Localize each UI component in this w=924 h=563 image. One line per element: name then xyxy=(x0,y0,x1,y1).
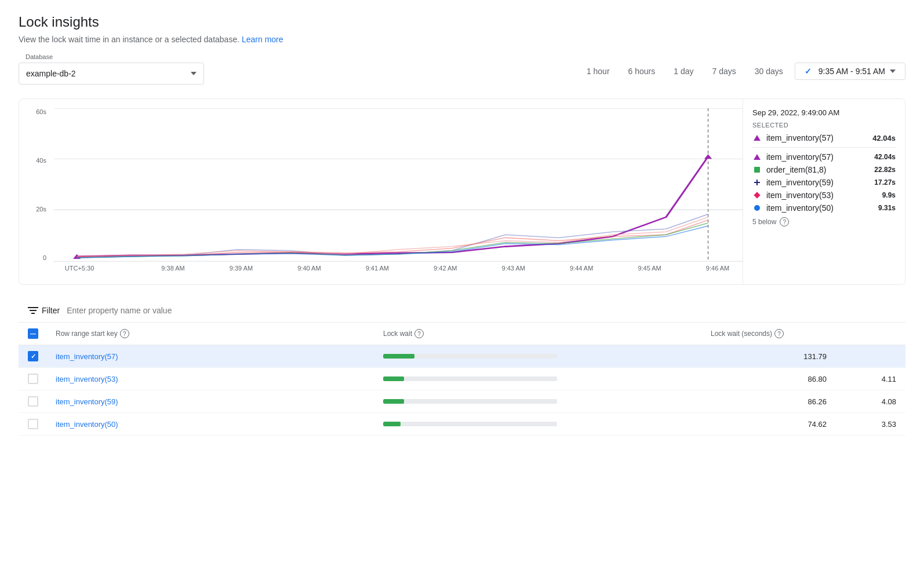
row-2-checkbox[interactable] xyxy=(28,396,38,407)
x-label-942: 9:42 AM xyxy=(434,265,457,272)
row-2-checkbox-cell xyxy=(28,396,56,407)
check-icon: ✓ xyxy=(805,67,812,76)
below-label: 5 below ? xyxy=(752,217,896,226)
header-lockwait-sec-help[interactable]: ? xyxy=(774,329,784,338)
legend-icon-3 xyxy=(752,191,762,200)
x-label-940: 9:40 AM xyxy=(297,265,321,272)
row-0-bar-bg xyxy=(383,354,557,359)
legend-item-4: item_inventory(50) 9.31s xyxy=(752,203,896,213)
chart-section: 60s 40s 20s 0 xyxy=(19,98,905,285)
x-label-utc: UTC+5:30 xyxy=(65,265,94,272)
x-label-938: 9:38 AM xyxy=(161,265,184,272)
row-1-lock-wait-bar xyxy=(383,376,711,381)
row-1-seconds: 86.80 xyxy=(711,375,827,383)
row-0-lock-wait-bar xyxy=(383,354,711,359)
header-checkbox-cell xyxy=(28,328,56,339)
database-label: Database xyxy=(23,53,55,60)
svg-marker-5 xyxy=(704,154,712,159)
legend-icon-1 xyxy=(752,165,762,174)
row-1-bar-bg xyxy=(383,376,557,381)
y-axis: 60s 40s 20s 0 xyxy=(19,108,51,261)
legend-item-1: order_item(81,8) 22.82s xyxy=(752,165,896,174)
tooltip-selected-label: SELECTED xyxy=(752,122,896,129)
x-label-944: 9:44 AM xyxy=(570,265,593,272)
filter-icon xyxy=(28,306,38,315)
below-help-icon[interactable]: ? xyxy=(780,217,789,226)
y-label-40: 40s xyxy=(36,157,46,164)
row-3-bar-bg xyxy=(383,422,557,426)
row-3-lock-wait-bar xyxy=(383,422,711,426)
row-1-checkbox[interactable] xyxy=(28,374,38,384)
legend-name-0: item_inventory(57) xyxy=(766,152,834,162)
header-lock-wait-seconds: Lock wait (seconds) ? xyxy=(711,329,827,338)
legend-name-3: item_inventory(53) xyxy=(766,191,834,200)
chart-area: 60s 40s 20s 0 xyxy=(19,99,905,284)
tooltip-selected-name: item_inventory(57) xyxy=(766,133,834,142)
filter-icon-wrapper: Filter xyxy=(28,306,60,315)
row-3-seconds: 74.62 xyxy=(711,420,827,429)
header-lock-wait: Lock wait ? xyxy=(383,329,711,338)
chart-tooltip-panel: Sep 29, 2022, 9:49:00 AM SELECTED item_i… xyxy=(743,99,905,284)
y-label-60: 60s xyxy=(36,108,46,115)
filter-input[interactable] xyxy=(67,306,896,315)
x-label-945: 9:45 AM xyxy=(638,265,661,272)
legend-icon-2 xyxy=(752,178,762,187)
row-2-bar-bg xyxy=(383,399,557,404)
database-selected-value: example-db-2 xyxy=(26,69,76,78)
row-1-bar-fill xyxy=(383,376,404,381)
row-3-bar-fill xyxy=(383,422,401,426)
time-btn-30days[interactable]: 30 days xyxy=(748,63,790,79)
database-dropdown[interactable]: example-db-2 xyxy=(19,63,204,85)
time-range-picker[interactable]: ✓ 9:35 AM - 9:51 AM xyxy=(795,63,905,80)
database-selector: Database example-db-2 xyxy=(19,58,204,85)
table-row: item_inventory(59) 86.26 4.08 xyxy=(19,390,905,413)
time-btn-7days[interactable]: 7 days xyxy=(705,63,743,79)
table-header: Row range start key ? Lock wait ? Lock w… xyxy=(19,323,905,345)
row-2-key: item_inventory(59) xyxy=(56,397,383,406)
controls-row: Database example-db-2 1 hour 6 hours 1 d… xyxy=(19,58,905,85)
time-btn-6hours[interactable]: 6 hours xyxy=(621,63,663,79)
tooltip-selected-item: item_inventory(57) 42.04s xyxy=(752,133,896,142)
row-2-seconds: 86.26 xyxy=(711,397,827,406)
row-3-checkbox-cell xyxy=(28,419,56,429)
row-1-checkbox-cell xyxy=(28,374,56,384)
legend-item-3: item_inventory(53) 9.9s xyxy=(752,191,896,200)
row-2-key-link[interactable]: item_inventory(59) xyxy=(56,397,118,406)
header-checkbox[interactable] xyxy=(28,328,38,339)
header-row-key: Row range start key ? xyxy=(56,329,383,338)
page-title: Lock insights xyxy=(19,14,905,30)
time-btn-1hour[interactable]: 1 hour xyxy=(580,63,617,79)
header-rowkey-help[interactable]: ? xyxy=(120,329,129,338)
row-3-extra: 3.53 xyxy=(827,420,896,429)
legend-item-2: item_inventory(59) 17.27s xyxy=(752,178,896,187)
row-0-key: item_inventory(57) xyxy=(56,352,383,361)
selected-series-icon xyxy=(752,133,762,142)
time-range-label: 9:35 AM - 9:51 AM xyxy=(818,67,885,76)
x-label-939: 9:39 AM xyxy=(230,265,253,272)
row-1-key-link[interactable]: item_inventory(53) xyxy=(56,375,118,383)
y-label-0: 0 xyxy=(43,254,46,261)
legend-icon-4 xyxy=(752,203,762,213)
tooltip-time: Sep 29, 2022, 9:49:00 AM xyxy=(752,108,896,117)
row-2-lock-wait-bar xyxy=(383,399,711,404)
header-lockwait-help[interactable]: ? xyxy=(414,329,424,338)
row-3-key: item_inventory(50) xyxy=(56,419,383,429)
time-btn-1day[interactable]: 1 day xyxy=(667,63,700,79)
row-0-key-link[interactable]: item_inventory(57) xyxy=(56,352,118,361)
filter-label: Filter xyxy=(42,306,60,315)
chart-svg xyxy=(54,108,743,261)
tooltip-divider xyxy=(752,147,896,148)
learn-more-link[interactable]: Learn more xyxy=(242,35,283,44)
legend-value-2: 17.27s xyxy=(874,178,896,187)
row-0-seconds: 131.79 xyxy=(711,352,827,361)
legend-name-1: order_item(81,8) xyxy=(766,165,827,174)
row-3-key-link[interactable]: item_inventory(50) xyxy=(56,420,118,429)
table-row: item_inventory(50) 74.62 3.53 xyxy=(19,413,905,436)
legend-value-0: 42.04s xyxy=(874,153,896,161)
row-2-extra: 4.08 xyxy=(827,397,896,406)
legend-name-2: item_inventory(59) xyxy=(766,178,834,187)
table-row: item_inventory(57) 131.79 xyxy=(19,345,905,368)
row-0-checkbox[interactable] xyxy=(28,351,38,361)
row-3-checkbox[interactable] xyxy=(28,419,38,429)
page-subtitle: View the lock wait time in an instance o… xyxy=(19,35,905,44)
